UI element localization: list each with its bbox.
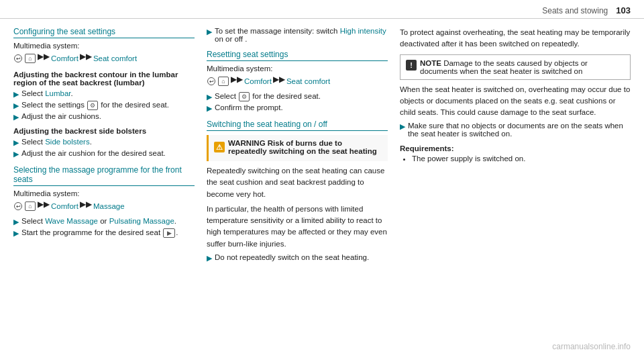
warning-box: ⚠ WARNING Risk of burns due to repeatedl… — [207, 135, 388, 161]
section-massage: Selecting the massage programme for the … — [13, 165, 195, 238]
multimedia-label-2: Multimedia system: — [13, 189, 195, 197]
bullet-list-massage: ▶ Select Wave Massage or Pulsating Massa… — [13, 217, 195, 238]
arrow-bullet-8: ▶ — [207, 28, 212, 36]
nav-arrow-2: ▶▶ — [80, 52, 92, 61]
section-massage-title: Selecting the massage programme for the … — [13, 165, 195, 186]
bullet-select-wave: ▶ Select Wave Massage or Pulsating Massa… — [13, 217, 195, 226]
note-icon: ! — [406, 60, 417, 71]
nav-seat-comfort-2: Seat comfort — [286, 77, 330, 85]
note-body: When the seat heater is switched on, ove… — [400, 84, 631, 119]
nav-arrow-3: ▶▶ — [38, 199, 50, 209]
arrow-bullet-3: ▶ — [13, 113, 19, 122]
pulsating-massage-link: Pulsating Massage — [109, 217, 174, 225]
watermark: carmanualsonline.info — [552, 342, 631, 351]
warning-body: Repeatedly switching on the seat heating… — [207, 165, 388, 200]
bullet-list-intensity: ▶ To set the massage intensity: switch H… — [207, 27, 388, 43]
nav-arrow-4: ▶▶ — [80, 199, 92, 209]
note-box: ! NOTE Damage to the seats caused by obj… — [400, 54, 631, 80]
bullet-adjust-cushions: ▶ Adjust the air cushions. — [13, 112, 195, 122]
nav-arrow-icon-3: ↩ — [207, 77, 215, 85]
bullet-text-3: Adjust the air cushions. — [21, 112, 101, 120]
section-resetting: Resetting seat settings Multimedia syste… — [207, 50, 388, 113]
bullet-select-lumbar: ▶ Select Lumbar. — [13, 89, 195, 99]
page-header: Seats and stowing 103 — [0, 0, 644, 19]
home-icon-2: ⌂ — [25, 202, 36, 211]
bullet-text-9: Confirm the prompt. — [215, 103, 283, 111]
bullet-text-1: Select Lumbar. — [21, 89, 73, 97]
nav-path-1: ↩ ⌂ ▶▶ Comfort ▶▶ Seat comfort — [13, 52, 195, 65]
note-header: ! NOTE Damage to the seats caused by obj… — [406, 59, 625, 75]
nav-massage: Massage — [93, 202, 125, 210]
bullet-select-gear: ▶ Select ⚙ for the desired seat. — [207, 92, 388, 101]
main-content: Configuring the seat settings Multimedia… — [0, 19, 644, 273]
nav-path-2: ↩ ⌂ ▶▶ Comfort ▶▶ Massage — [13, 199, 195, 213]
arrow-bullet-10: ▶ — [207, 104, 212, 113]
multimedia-label-3: Multimedia system: — [207, 64, 388, 73]
mid-column: ▶ To set the massage intensity: switch H… — [207, 27, 388, 267]
section-resetting-title: Resetting seat settings — [207, 50, 388, 61]
high-intensity-link: High intensity — [340, 27, 386, 35]
arrow-bullet-1: ▶ — [13, 90, 19, 99]
left-column: Configuring the seat settings Multimedia… — [13, 27, 195, 267]
wave-massage-link: Wave Massage — [45, 217, 98, 225]
requirements-item-1: The power supply is switched on. — [412, 154, 631, 163]
multimedia-label-1: Multimedia system: — [13, 42, 195, 50]
nav-comfort-3: Comfort — [244, 77, 272, 85]
play-icon: ▶ — [163, 228, 175, 238]
nav-arrow-icon-1: ↩ — [14, 54, 22, 62]
nav-arrow-1: ▶▶ — [38, 52, 50, 61]
home-icon-1: ⌂ — [25, 54, 36, 63]
warning-body-2: In particular, the health of persons wit… — [207, 204, 388, 250]
nav-arrow-5: ▶▶ — [231, 75, 243, 84]
arrow-bullet-5: ▶ — [13, 150, 19, 159]
bullet-text-4: Select Side bolsters. — [21, 138, 92, 146]
page-title: Seats and stowing — [542, 6, 608, 15]
nav-seat-comfort-1: Seat comfort — [93, 54, 137, 62]
right-column: To protect against overheating, the seat… — [400, 27, 631, 267]
home-icon-3: ⌂ — [218, 77, 229, 86]
arrow-bullet-9: ▶ — [207, 93, 212, 101]
bullet-intensity: ▶ To set the massage intensity: switch H… — [207, 27, 388, 43]
bullet-make-sure: ▶ Make sure that no objects or documents… — [400, 122, 631, 138]
requirements-list: The power supply is switched on. — [400, 154, 631, 163]
bullet-text-intensity: To set the massage intensity: switch Hig… — [215, 27, 388, 43]
warning-icon: ⚠ — [214, 142, 225, 152]
side-bolsters-link: Side bolsters — [45, 138, 89, 146]
requirements-title: Requirements: — [400, 144, 631, 152]
bullet-text-5: Adjust the air cushion for the desired s… — [21, 149, 166, 157]
bullet-text-6: Select Wave Massage or Pulsating Massage… — [21, 217, 176, 225]
arrow-bullet-2: ▶ — [13, 101, 19, 110]
intro-text: To protect against overheating, the seat… — [400, 27, 631, 50]
bullet-list-heating: ▶ Do not repeatedly switch on the seat h… — [207, 253, 388, 263]
bullet-select-bolsters: ▶ Select Side bolsters. — [13, 138, 195, 147]
gear-icon-1: ⚙ — [87, 101, 98, 110]
arrow-bullet-12: ▶ — [400, 122, 405, 131]
nav-arrow-icon-2: ↩ — [14, 202, 22, 210]
nav-comfort-1: Comfort — [51, 54, 78, 62]
bullet-text-10: Do not repeatedly switch on the seat hea… — [215, 253, 369, 261]
bullet-confirm-prompt: ▶ Confirm the prompt. — [207, 103, 388, 113]
section-configuring: Configuring the seat settings Multimedia… — [13, 27, 195, 159]
bullet-text-7: Start the programme for the desired seat… — [21, 228, 178, 238]
section-heating-title: Switching the seat heating on / off — [207, 120, 388, 131]
bullet-adjust-air-cushion: ▶ Adjust the air cushion for the desired… — [13, 149, 195, 159]
nav-path-3: ↩ ⌂ ▶▶ Comfort ▶▶ Seat comfort — [207, 75, 388, 88]
warning-header: ⚠ WARNING Risk of burns due to repeatedl… — [214, 139, 382, 155]
bullet-start-programme: ▶ Start the programme for the desired se… — [13, 228, 195, 238]
bullet-list-right: ▶ Make sure that no objects or documents… — [400, 122, 631, 138]
bullet-do-not-switch: ▶ Do not repeatedly switch on the seat h… — [207, 253, 388, 263]
section-heating: Switching the seat heating on / off ⚠ WA… — [207, 120, 388, 263]
requirements-section: Requirements: The power supply is switch… — [400, 144, 631, 163]
bullet-list-bolsters: ▶ Select Side bolsters. ▶ Adjust the air… — [13, 138, 195, 159]
nav-comfort-2: Comfort — [51, 202, 78, 210]
subsection-lumbar-title: Adjusting the backrest contour in the lu… — [13, 71, 195, 87]
bullet-select-settings: ▶ Select the settings ⚙ for the desired … — [13, 101, 195, 110]
section-configuring-title: Configuring the seat settings — [13, 27, 195, 38]
bullet-text-11: Make sure that no objects or documents a… — [408, 122, 631, 138]
page-number: 103 — [616, 5, 631, 15]
nav-arrow-6: ▶▶ — [273, 75, 285, 84]
warning-text: WARNING Risk of burns due to repeatedly … — [228, 139, 382, 155]
bullet-text-2: Select the settings ⚙ for the desired se… — [21, 101, 169, 110]
lumbar-link: Lumbar — [45, 89, 70, 97]
subsection-bolsters-title: Adjusting the backrest side bolsters — [13, 127, 195, 135]
